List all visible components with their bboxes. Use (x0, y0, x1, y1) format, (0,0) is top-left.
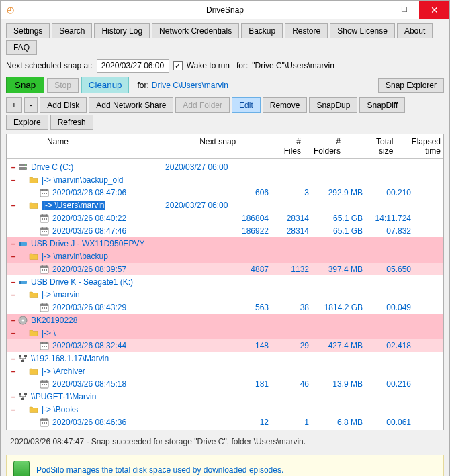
svg-rect-26 (19, 242, 21, 246)
svg-rect-19 (40, 228, 48, 230)
folder-row[interactable]: –|-> \Books (7, 403, 443, 416)
network-credentials-button[interactable]: Network Credentials (152, 23, 239, 38)
wake-checkbox[interactable]: ✓ (173, 61, 183, 70)
folders-cell: 38 (273, 303, 313, 312)
collapse-icon[interactable]: – (9, 392, 17, 401)
collapse-icon[interactable]: – (9, 316, 17, 325)
collapse-icon[interactable]: – (9, 239, 17, 248)
explore-button[interactable]: Explore (6, 115, 48, 130)
collapse-icon[interactable]: – (9, 328, 17, 338)
col-folders[interactable]: # Folders (305, 137, 345, 156)
collapse-icon[interactable]: – (9, 252, 17, 261)
svg-rect-5 (40, 189, 48, 191)
add-network-share-button[interactable]: Add Network Share (89, 97, 173, 113)
row-label: 2020/03/26 08:47:46 (52, 226, 126, 236)
drive-row[interactable]: –BK20190228 (7, 314, 443, 326)
svg-rect-12 (40, 215, 48, 217)
show-license-button[interactable]: Show License (330, 23, 395, 38)
wake-label: Wake to run (187, 61, 230, 70)
svg-rect-66 (19, 393, 21, 395)
drive-row[interactable]: –USB Drive J - WX11D950EPVY (7, 237, 443, 250)
svg-rect-32 (44, 269, 45, 271)
refresh-button[interactable]: Refresh (50, 115, 93, 130)
snap-row[interactable]: 2020/03/26 08:45:181814613.9 MB00.216 (7, 377, 443, 390)
folder-row[interactable]: –|-> \marvin\backup_old (7, 173, 443, 186)
tip-panel: PodSilo manages the total disk space use… (6, 455, 444, 476)
collapse-icon[interactable]: – (9, 162, 17, 172)
search-button[interactable]: Search (52, 23, 92, 38)
size-cell: 6.8 MB (313, 418, 367, 427)
collapse-icon[interactable]: – (9, 354, 17, 363)
folder-icon (28, 251, 42, 262)
remove-button[interactable]: Remove (263, 97, 308, 113)
collapse-icon[interactable]: – (9, 290, 17, 299)
cleanup-button[interactable]: Cleanup (81, 77, 130, 93)
about-button[interactable]: About (397, 23, 433, 38)
collapse-icon[interactable]: – (9, 175, 17, 185)
size-cell: 65.1 GB (313, 213, 367, 223)
cal-icon (39, 379, 52, 389)
snap-row[interactable]: 2020/03/26 08:47:066063292.9 MB00.210 (7, 186, 443, 199)
expand-all-button[interactable]: + (6, 97, 22, 113)
col-elapsed[interactable]: Elapsed time (397, 137, 443, 156)
edit-button[interactable]: Edit (232, 97, 261, 113)
snap-explorer-button[interactable]: Snap Explorer (378, 78, 444, 93)
drive-row[interactable]: –USB Drive K - Seagate1 (K:) (7, 275, 443, 288)
snap-row[interactable]: 2020/03/26 08:43:29563381814.2 GB00.049 (7, 301, 443, 314)
row-label: \\192.168.1.17\Marvin (31, 354, 109, 363)
row-label: 2020/03/26 08:32:44 (52, 341, 126, 350)
collapse-all-button[interactable]: - (24, 97, 38, 113)
folder-row[interactable]: –|-> \Archiver (7, 365, 443, 377)
collapse-icon[interactable]: – (9, 277, 17, 287)
snap-row[interactable]: 2020/03/26 08:40:221868042831465.1 GB14:… (7, 211, 443, 224)
maximize-button[interactable]: ☐ (389, 1, 419, 19)
schedule-target: "Drive C"\Users\marvin (252, 61, 334, 70)
snap-row[interactable]: 2020/03/26 08:32:4414829427.4 MB02.418 (7, 339, 443, 352)
snapdup-button[interactable]: SnapDup (309, 97, 357, 113)
elapsed-cell: 00.210 (367, 188, 414, 197)
tip-text[interactable]: PodSilo manages the total disk space use… (36, 465, 283, 475)
history-log-button[interactable]: History Log (94, 23, 150, 38)
svg-rect-8 (42, 193, 43, 194)
col-next-snap[interactable]: Next snap (199, 137, 265, 146)
drive-row[interactable]: –\\192.168.1.17\Marvin (7, 352, 443, 365)
restore-button[interactable]: Restore (285, 23, 328, 38)
net-icon (17, 391, 31, 402)
backup-button[interactable]: Backup (241, 23, 283, 38)
svg-rect-60 (40, 381, 48, 383)
col-name[interactable]: Name (47, 137, 199, 146)
folder-row[interactable]: –|-> \ (7, 326, 443, 339)
folder-row[interactable]: –|-> \marvin\backup (7, 250, 443, 263)
row-label: |-> \Users\marvin (42, 201, 105, 210)
svg-rect-74 (40, 419, 48, 421)
stop-button: Stop (47, 78, 79, 93)
collapse-icon[interactable]: – (9, 201, 17, 210)
svg-point-2 (25, 164, 26, 165)
settings-button[interactable]: Settings (6, 23, 50, 38)
folder-row[interactable]: –|-> \Users\marvin2020/03/27 06:00 (7, 199, 443, 211)
snap-row[interactable]: 2020/03/26 08:47:461869222831465.1 GB07.… (7, 224, 443, 237)
minimize-button[interactable]: — (359, 1, 389, 19)
faq-button[interactable]: FAQ (6, 40, 37, 55)
action-target[interactable]: Drive C\Users\marvin (152, 81, 228, 90)
svg-rect-79 (46, 422, 47, 424)
row-label: USB Drive K - Seagate1 (K:) (31, 277, 133, 287)
snapdiff-button[interactable]: SnapDiff (359, 97, 405, 113)
barrel-icon (13, 461, 30, 476)
folder-row[interactable]: –|-> \marvin (7, 288, 443, 301)
svg-rect-15 (42, 218, 43, 220)
drive-row[interactable]: –\\PUGET-1\Marvin (7, 390, 443, 403)
snap-row[interactable]: 2020/03/26 08:39:5748871132397.4 MB05.65… (7, 263, 443, 275)
snap-button[interactable]: Snap (6, 77, 44, 93)
net-icon (17, 353, 31, 364)
snap-row[interactable]: 2020/03/26 08:46:361216.8 MB00.061 (7, 416, 443, 428)
collapse-icon[interactable]: – (9, 367, 17, 376)
schedule-input[interactable] (97, 59, 169, 73)
close-button[interactable]: ✕ (419, 1, 449, 19)
col-total-size[interactable]: Total size (345, 137, 397, 156)
col-files[interactable]: # Files (265, 137, 305, 156)
drive-row[interactable]: –Drive C (C:)2020/03/27 06:00 (7, 160, 443, 173)
add-disk-button[interactable]: Add Disk (40, 97, 87, 113)
collapse-icon[interactable]: – (9, 405, 17, 414)
titlebar[interactable]: ◴ DriveSnap — ☐ ✕ (1, 1, 449, 19)
